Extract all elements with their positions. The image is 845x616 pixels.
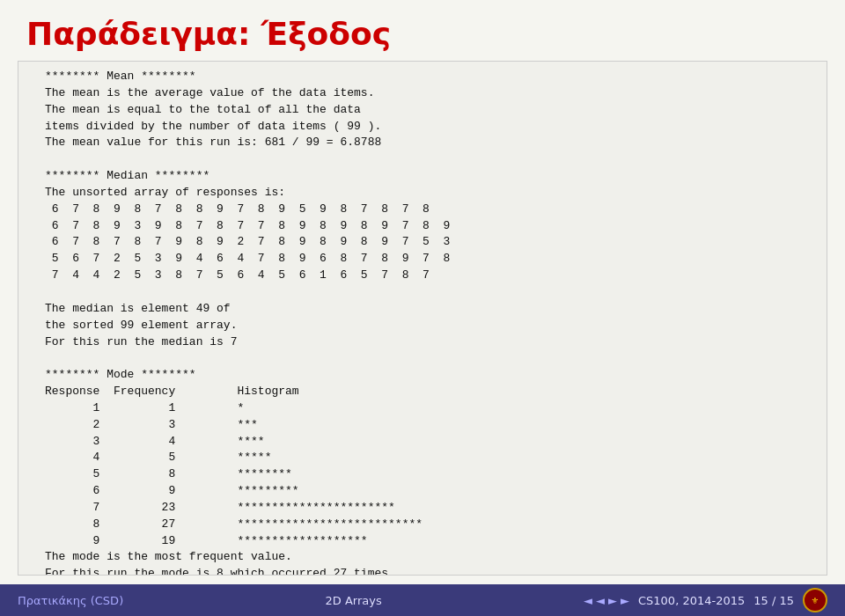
slide: Παράδειγμα: Έξοδος ******** Mean *******…	[0, 0, 845, 616]
footer-title: 2D Arrays	[326, 594, 382, 607]
footer-course: CS100, 2014-2015	[638, 594, 745, 607]
university-logo: ⚜	[803, 588, 827, 612]
footer-page: 15 / 15	[753, 594, 794, 607]
nav-separator: ◄	[596, 594, 605, 607]
code-output: ******** Mean ******** The mean is the a…	[45, 69, 800, 576]
nav-controls[interactable]: ◄ ◄ ► ►	[584, 594, 629, 607]
footer-right: ◄ ◄ ► ► CS100, 2014-2015 15 / 15 ⚜	[584, 588, 827, 612]
slide-content: ******** Mean ******** The mean is the a…	[18, 61, 827, 576]
slide-title: Παράδειγμα: Έξοδος	[26, 16, 819, 52]
slide-header: Παράδειγμα: Έξοδος	[0, 0, 845, 61]
slide-footer: Πρατικάκης (CSD) 2D Arrays ◄ ◄ ► ► CS100…	[0, 584, 845, 616]
footer-author: Πρατικάκης (CSD)	[18, 594, 123, 607]
nav-next-2[interactable]: ►	[621, 594, 629, 607]
nav-prev[interactable]: ◄	[584, 594, 592, 607]
nav-next-1[interactable]: ►	[608, 594, 617, 607]
